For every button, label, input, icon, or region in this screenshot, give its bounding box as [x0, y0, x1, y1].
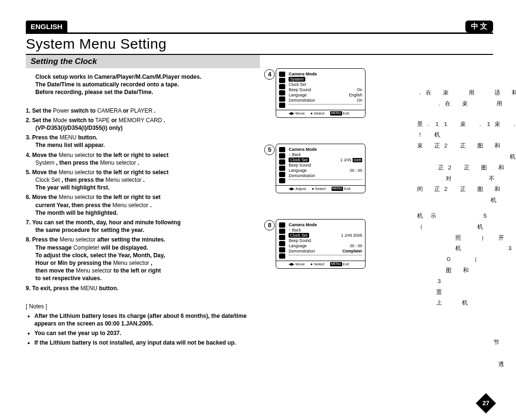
step-text: after setting the minutes. — [97, 236, 165, 243]
menu-icon — [279, 90, 285, 95]
note-item: You can set the year up to 2037. — [34, 330, 121, 336]
lcd-foot: Select — [315, 187, 325, 191]
lcd-foot: Exit — [343, 262, 349, 266]
step-text: to set respective values. — [35, 275, 102, 282]
select-icon: ● — [312, 187, 314, 191]
cn-text: 上 机 机 的 — [417, 297, 516, 308]
cn-text: 对 不 机 ３ — [417, 173, 516, 184]
step-text: The month will be highlighted. — [35, 210, 118, 216]
step-text: or — [111, 117, 117, 124]
camera-icon — [279, 147, 285, 152]
lcd-foot: Exit — [344, 187, 350, 191]
move-icon: ◀▶ — [289, 111, 294, 116]
menu-icon — [279, 96, 285, 102]
step-marker-4: 4 — [264, 69, 275, 80]
intro-line: The Date/Time is automatically recorded … — [35, 81, 179, 88]
lang-chinese-tag: 中 文 — [465, 21, 493, 32]
lcd-screen-4: Camera Mode System Clock Set Beep SoundO… — [276, 68, 366, 118]
lcd-item: Language — [289, 168, 307, 173]
menu-icon — [279, 103, 285, 108]
cn-text: 透 — [417, 359, 516, 370]
cn-text: （ 机 ３ — [417, 221, 516, 232]
step-text: The message — [35, 244, 72, 251]
cn-text: ．在 束 用 — [417, 98, 516, 109]
lcd-complete: Complete! — [343, 249, 363, 253]
lcd-date: JAN — [344, 158, 351, 162]
step-text: The year will highlight first. — [35, 184, 109, 191]
lcd-item: Beep Sound — [289, 238, 311, 243]
step-text: . — [138, 159, 139, 166]
step-text: to the left or right — [113, 267, 161, 274]
step-text: TAPE — [95, 117, 109, 124]
lcd-title: Camera Mode — [289, 222, 362, 227]
cn-text: ！ — [417, 348, 516, 359]
intro-line: Before recording, please set the Date/Ti… — [35, 89, 153, 95]
lcd-item-selected: Clock Set — [289, 158, 309, 162]
step-text: to the left or right to select — [96, 169, 168, 176]
step-text: will be displayed. — [101, 244, 148, 251]
step-text: . — [150, 202, 151, 209]
step-text: 2. Set the — [26, 117, 51, 124]
cn-text: 机 ３ — [417, 151, 516, 162]
lcd-item: Demonstration — [289, 173, 315, 178]
step-text: button. — [99, 285, 118, 292]
step-text: to the left or right to select — [96, 152, 168, 158]
lcd-foot: Move — [295, 111, 305, 116]
step-text: MENU — [81, 285, 97, 292]
menu-icon — [279, 153, 285, 158]
menu-key-icon: MENU — [330, 111, 342, 116]
lcd-foot: Select — [314, 111, 324, 116]
step-text: Menu selector — [59, 194, 95, 200]
step-text: To adjust the clock, select the Year, Mo… — [35, 252, 165, 259]
lcd-item: Clock Set — [289, 82, 306, 87]
step-text: Menu selector — [100, 159, 136, 166]
cn-text: ３ 置 — [417, 276, 516, 298]
cn-text: ．在 束 用 适 和 — [417, 87, 516, 98]
step-text: to the left or right to set — [96, 194, 161, 200]
lcd-item: Back — [292, 228, 301, 232]
step-text: 7. You can set the month, day, hour and … — [26, 219, 181, 226]
step-text: the same procedure for setting the year. — [35, 227, 144, 233]
lcd-item: Back — [292, 152, 301, 157]
step-text: . — [143, 177, 144, 183]
cn-text: 机 ３ — [417, 243, 516, 254]
step-text: , — [150, 260, 152, 266]
step-marker-8: 8 — [264, 220, 275, 231]
step-text: Clock Set — [35, 177, 60, 183]
step-text: MENU — [60, 134, 76, 141]
menu-icon — [279, 159, 285, 165]
menu-icon — [279, 253, 285, 259]
step-text: 5. Move the — [26, 169, 57, 176]
move-icon: ◀▶ — [289, 262, 294, 266]
note-item: If the Lithium battery is not installed,… — [34, 339, 236, 346]
lcd-foot: Adjust — [295, 187, 306, 191]
step-text: PLAYER — [130, 107, 152, 114]
step-text: Menu selector — [59, 152, 95, 158]
step-text: . — [154, 107, 156, 114]
intro-line: Clock setup works in Camera/Player/M.Cam… — [35, 74, 201, 80]
step-text: current Year, then press the — [35, 202, 111, 209]
lang-english-tag: ENGLISH — [26, 21, 67, 32]
lcd-title: Camera Mode — [289, 72, 362, 76]
select-icon: ● — [311, 111, 313, 116]
note-item: After the Lithium battery loses its char… — [34, 313, 247, 327]
lcd-item: Language — [289, 243, 307, 248]
step-text: button. — [78, 134, 97, 141]
step-text: Menu selector — [59, 169, 95, 176]
cn-text: 闭 正２ 正 图 和 ３ — [417, 184, 516, 195]
step-text: , then press the — [62, 177, 104, 183]
lcd-foot: Select — [314, 262, 324, 266]
menu-icon — [279, 166, 285, 171]
lcd-screen-5: Camera Mode ↑ Back Clock Set 1 JAN 2005 … — [276, 144, 366, 193]
step-text: System — [35, 159, 54, 166]
menu-icon — [279, 241, 285, 246]
cn-text: ！ 机 机的 — [417, 129, 516, 140]
lcd-item: Beep Sound — [289, 163, 311, 168]
step-text: (VP-D353(i)/D354(i)/D355(i) only) — [35, 125, 123, 131]
step-text: Complete! — [73, 244, 99, 251]
step-text: or — [123, 107, 129, 114]
cn-text: 束 正２ 正 图 和 ３ — [417, 140, 516, 151]
menu-icon — [279, 78, 285, 83]
menu-icon — [279, 84, 285, 89]
step-text: Menu selector — [60, 236, 96, 243]
